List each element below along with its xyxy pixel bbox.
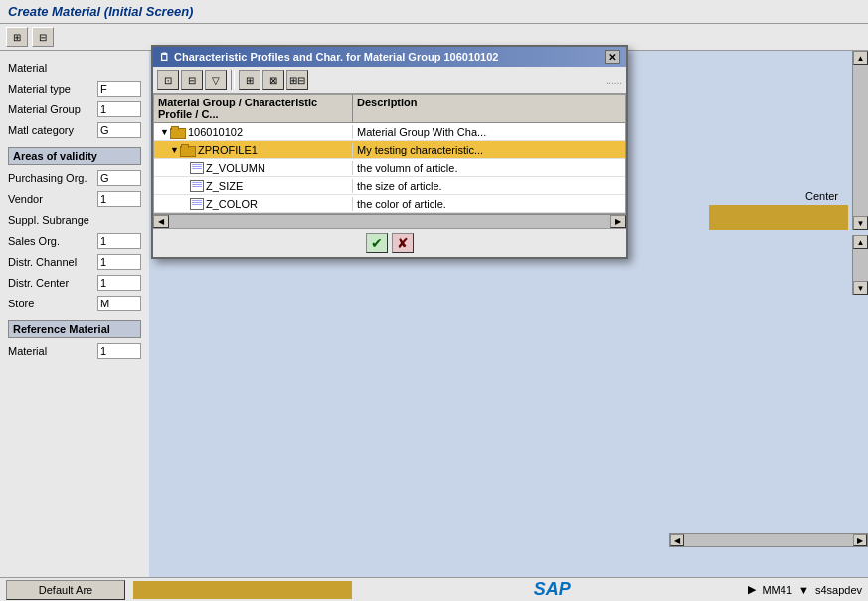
toggle-3 xyxy=(180,163,190,173)
tree-cell-left-3: Z_VOLUMN xyxy=(154,161,353,175)
tree-cell-right-2: My testing characteristic... xyxy=(353,143,625,157)
tree-cell-left-2: ▼ ZPROFILE1 xyxy=(154,143,353,157)
folder-icon-1 xyxy=(170,126,186,138)
col-desc-header: Description xyxy=(353,95,625,122)
modal-overlay: 🗒 Characteristic Profiles and Char. for … xyxy=(0,0,868,601)
modal-scroll-wrapper: Material Group / Characteristic Profile … xyxy=(153,94,626,214)
tree-cell-left-1: ▼ 106010102 xyxy=(154,125,353,139)
tree-label-3: Z_VOLUMN xyxy=(206,162,265,174)
modal-close-btn[interactable]: ✕ xyxy=(605,50,620,64)
modal-toolbar-dots: ...... xyxy=(606,75,622,86)
modal-bottom: ✔ ✘ xyxy=(153,228,626,257)
modal-toolbar-btn-3[interactable]: ▽ xyxy=(205,70,227,90)
toggle-4 xyxy=(180,181,190,191)
modal-toolbar: ⊡ ⊟ ▽ ⊞ ⊠ ⊞⊟ ...... xyxy=(153,67,626,94)
modal-toolbar-btn-5[interactable]: ⊠ xyxy=(262,70,284,90)
modal-toolbar-btn-4[interactable]: ⊞ xyxy=(239,70,260,90)
modal-toolbar-btn-2[interactable]: ⊟ xyxy=(181,70,203,90)
modal-scroll-right[interactable]: ▶ xyxy=(610,215,626,228)
folder-icon-2 xyxy=(180,144,196,156)
col-profile-header: Material Group / Characteristic Profile … xyxy=(154,95,353,122)
tree-table: Material Group / Characteristic Profile … xyxy=(153,94,626,214)
modal-title-content: 🗒 Characteristic Profiles and Char. for … xyxy=(159,51,498,63)
toggle-1[interactable]: ▼ xyxy=(160,127,170,137)
modal-title-bar: 🗒 Characteristic Profiles and Char. for … xyxy=(153,47,626,67)
main-window: Create Material (Initial Screen) ⊞ ⊟ Mat… xyxy=(0,0,868,601)
cancel-button[interactable]: ✘ xyxy=(392,233,414,253)
modal-scrollbar-h[interactable]: ◀ ▶ xyxy=(153,214,626,228)
doc-icon-5 xyxy=(190,198,204,210)
tree-cell-right-4: the size of article. xyxy=(353,179,625,193)
modal-dialog: 🗒 Characteristic Profiles and Char. for … xyxy=(151,45,628,259)
tree-row-5[interactable]: Z_COLOR the color of article. xyxy=(154,195,625,213)
tree-header: Material Group / Characteristic Profile … xyxy=(154,95,625,123)
modal-toolbar-btn-1[interactable]: ⊡ xyxy=(157,70,179,90)
tree-label-4: Z_SIZE xyxy=(206,180,243,192)
toggle-2[interactable]: ▼ xyxy=(170,145,180,155)
tree-cell-right-5: the color of article. xyxy=(353,197,625,211)
modal-content-area: Material Group / Characteristic Profile … xyxy=(153,94,626,228)
modal-title: Characteristic Profiles and Char. for Ma… xyxy=(174,51,498,63)
modal-toolbar-separator xyxy=(231,70,235,90)
tree-row-3[interactable]: Z_VOLUMN the volumn of article. xyxy=(154,159,625,177)
tree-label-5: Z_COLOR xyxy=(206,198,258,210)
ok-button[interactable]: ✔ xyxy=(366,233,388,253)
modal-title-icon: 🗒 xyxy=(159,51,170,63)
doc-icon-4 xyxy=(190,180,204,192)
toggle-5 xyxy=(180,199,190,209)
tree-row-2[interactable]: ▼ ZPROFILE1 My testing characteristic... xyxy=(154,141,625,159)
tree-label-2: ZPROFILE1 xyxy=(198,144,258,156)
modal-scroll-left[interactable]: ◀ xyxy=(153,215,169,228)
tree-row-4[interactable]: Z_SIZE the size of article. xyxy=(154,177,625,195)
tree-cell-right-3: the volumn of article. xyxy=(353,161,625,175)
doc-icon-3 xyxy=(190,162,204,174)
tree-row-1[interactable]: ▼ 106010102 Material Group With Cha... xyxy=(154,123,625,141)
tree-label-1: 106010102 xyxy=(188,126,243,138)
tree-cell-right-1: Material Group With Cha... xyxy=(353,125,625,139)
modal-toolbar-btn-6[interactable]: ⊞⊟ xyxy=(286,70,308,90)
tree-cell-left-5: Z_COLOR xyxy=(154,197,353,211)
tree-cell-left-4: Z_SIZE xyxy=(154,179,353,193)
modal-h-track xyxy=(169,215,610,228)
